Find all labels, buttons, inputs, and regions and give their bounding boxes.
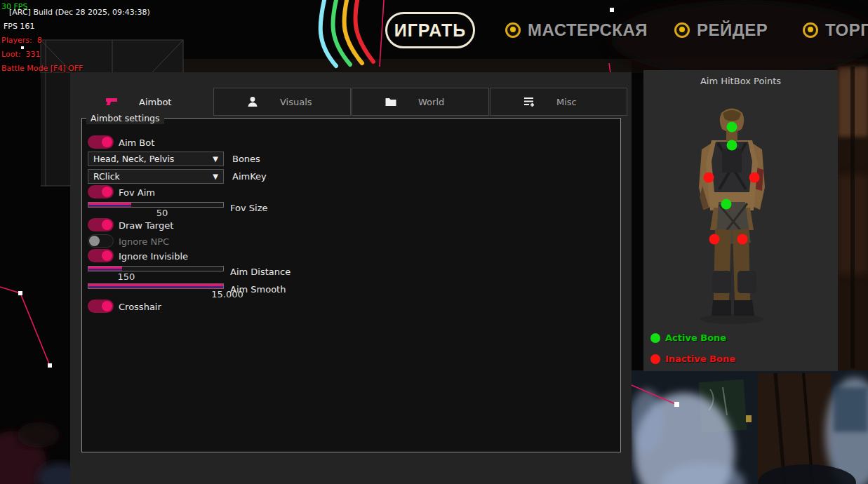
scene-bottom-right bbox=[630, 370, 868, 484]
aim-distance-value: 150 bbox=[105, 271, 147, 282]
aim-distance-slider[interactable] bbox=[88, 266, 224, 271]
toggle-knob bbox=[102, 137, 112, 147]
play-button[interactable]: ИГРАТЬ bbox=[385, 12, 475, 48]
menu-item-workshop[interactable]: МАСТЕРСКАЯ bbox=[505, 18, 648, 42]
draw-target-label: Draw Target bbox=[119, 220, 173, 231]
trade-icon bbox=[803, 22, 818, 38]
legend-active-bone: Active Bone bbox=[650, 332, 726, 343]
player-model-preview bbox=[643, 70, 838, 371]
tab-label: Aimbot bbox=[139, 97, 171, 107]
menu-item-label: РЕЙДЕР bbox=[697, 20, 768, 40]
fov-size-value: 50 bbox=[141, 208, 183, 218]
ignore-invisible-label: Ignore Invisible bbox=[119, 251, 188, 262]
aim-bot-label: Aim Bot bbox=[119, 137, 154, 148]
chevron-down-icon: ▼ bbox=[213, 173, 218, 180]
aim-smooth-label: Aim Smooth bbox=[230, 284, 286, 295]
bone-point-left-arm-inactive bbox=[704, 173, 714, 183]
hud-build-info: [ARC] Build (Dec 28 2025, 09:43:38) bbox=[9, 8, 150, 17]
play-button-label: ИГРАТЬ bbox=[394, 20, 467, 41]
rust-wall bbox=[838, 67, 868, 372]
hud-fps-counter: FPS 161 bbox=[4, 22, 34, 31]
menu-item-label: ТОРГОВАЯ bbox=[825, 20, 868, 40]
toggle-knob bbox=[102, 250, 112, 261]
aimkey-select[interactable]: RClick ▼ bbox=[88, 169, 224, 184]
fov-aim-label: Fov Aim bbox=[119, 187, 155, 198]
slider-fill bbox=[88, 284, 223, 288]
tab-label: Visuals bbox=[280, 97, 312, 107]
folder-icon bbox=[385, 96, 397, 107]
bone-point-left-knee-inactive bbox=[709, 234, 720, 245]
fov-size-slider[interactable] bbox=[88, 202, 224, 208]
legend-inactive-bone: Inactive Bone bbox=[650, 354, 735, 364]
tab-world[interactable]: World bbox=[352, 88, 489, 116]
toggle-knob bbox=[102, 220, 112, 230]
bone-point-head-active bbox=[727, 122, 737, 133]
tab-aimbot[interactable]: Aimbot bbox=[70, 88, 208, 116]
cheat-window: Aimbot Visuals World bbox=[70, 72, 632, 484]
aimbot-settings-group: Aimbot settings Aim Bot Head, Neck, Pelv… bbox=[81, 118, 621, 452]
legend-label: Active Bone bbox=[665, 332, 726, 343]
aimkey-label: AimKey bbox=[232, 171, 267, 182]
ignore-npc-toggle[interactable] bbox=[88, 234, 114, 248]
bone-point-neck-active bbox=[727, 140, 737, 151]
screen: 30 FPS [ARC] Build (Dec 28 2025, 09:43:3… bbox=[0, 0, 868, 484]
bones-select-value: Head, Neck, Pelvis bbox=[93, 154, 213, 164]
raider-icon bbox=[674, 22, 690, 38]
toggle-knob bbox=[102, 187, 112, 197]
aim-smooth-slider[interactable] bbox=[88, 283, 224, 289]
bone-point-right-arm-inactive bbox=[749, 173, 760, 183]
ignore-npc-label: Ignore NPC bbox=[119, 236, 169, 247]
slider-fill bbox=[88, 203, 131, 207]
toggle-knob bbox=[89, 236, 100, 246]
menu-item-raider[interactable]: РЕЙДЕР bbox=[674, 18, 768, 42]
tab-label: Misc bbox=[556, 97, 577, 107]
tab-label: World bbox=[418, 97, 444, 107]
draw-target-toggle[interactable] bbox=[88, 218, 114, 231]
fov-size-label: Fov Size bbox=[230, 203, 267, 213]
slider-fill bbox=[88, 267, 122, 271]
active-bone-dot bbox=[650, 333, 660, 343]
workshop-icon bbox=[505, 22, 521, 38]
menu-item-label: МАСТЕРСКАЯ bbox=[528, 20, 648, 40]
hitbox-panel: Aim HitBox Points bbox=[643, 70, 838, 371]
crosshair-label: Crosshair bbox=[119, 302, 161, 312]
bone-point-right-knee-inactive bbox=[737, 234, 748, 245]
toggle-knob bbox=[102, 301, 112, 311]
person-icon bbox=[246, 96, 259, 107]
pistol-icon bbox=[105, 96, 118, 107]
hud-players-count: Players: 8 bbox=[1, 36, 42, 45]
inactive-bone-dot bbox=[650, 354, 660, 364]
fov-aim-toggle[interactable] bbox=[88, 185, 114, 199]
tab-misc[interactable]: Misc bbox=[490, 88, 627, 116]
group-title: Aimbot settings bbox=[86, 112, 164, 124]
ignore-invisible-toggle[interactable] bbox=[88, 249, 114, 262]
aimkey-select-value: RClick bbox=[93, 171, 213, 182]
aim-bot-toggle[interactable] bbox=[88, 135, 114, 149]
bones-label: Bones bbox=[232, 154, 260, 164]
hud-loot-count: Loot: 331 bbox=[1, 50, 40, 59]
tab-visuals[interactable]: Visuals bbox=[213, 88, 351, 116]
legend-label: Inactive Bone bbox=[665, 354, 735, 364]
playlist-add-icon bbox=[523, 96, 535, 107]
bones-select[interactable]: Head, Neck, Pelvis ▼ bbox=[88, 152, 224, 166]
crosshair-toggle[interactable] bbox=[88, 300, 114, 313]
bone-point-pelvis-active bbox=[721, 199, 732, 210]
chevron-down-icon: ▼ bbox=[213, 155, 218, 163]
aim-distance-label: Aim Distance bbox=[230, 267, 291, 277]
menu-item-trade[interactable]: ТОРГОВАЯ bbox=[803, 18, 868, 42]
